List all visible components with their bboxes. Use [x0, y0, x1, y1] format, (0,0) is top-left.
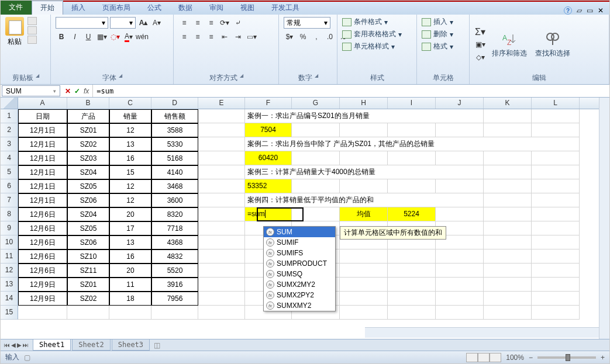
cell[interactable]: 13: [109, 137, 151, 151]
macro-record-icon[interactable]: ▢: [24, 353, 30, 362]
cell[interactable]: 12月1日: [18, 151, 67, 165]
autocomplete-item[interactable]: fxSUMPRODUCT: [264, 258, 335, 269]
align-center-icon[interactable]: ≡: [192, 31, 204, 43]
cell[interactable]: [388, 249, 436, 264]
cell[interactable]: [532, 123, 580, 137]
zoom-out-icon[interactable]: −: [529, 353, 533, 362]
cell[interactable]: [484, 235, 532, 249]
col-header[interactable]: I: [388, 98, 436, 109]
cell[interactable]: SZ06: [67, 193, 109, 207]
confirm-formula-icon[interactable]: ✓: [74, 87, 80, 95]
row-header[interactable]: 3: [1, 137, 18, 151]
tab-insert[interactable]: 插入: [63, 1, 94, 15]
cell[interactable]: SZ01: [67, 278, 109, 292]
find-select-button[interactable]: 查找和选择: [533, 30, 573, 60]
cell[interactable]: [198, 109, 245, 123]
cell[interactable]: [484, 221, 532, 235]
cell[interactable]: SZ05: [67, 179, 109, 193]
cell[interactable]: 8320: [151, 207, 198, 221]
currency-icon[interactable]: $▾: [284, 31, 295, 43]
cell[interactable]: 4832: [151, 249, 198, 264]
formula-autocomplete[interactable]: fxSUMfxSUMIFfxSUMIFSfxSUMPRODUCTfxSUMSQf…: [263, 226, 336, 311]
cell[interactable]: [532, 151, 580, 165]
autocomplete-item[interactable]: fxSUMIFS: [264, 248, 335, 258]
cell[interactable]: 16: [109, 249, 151, 264]
cell[interactable]: 60420: [245, 151, 292, 165]
sheet-tab[interactable]: Sheet1: [33, 339, 71, 351]
cell[interactable]: [532, 235, 580, 249]
tab-view[interactable]: 视图: [232, 1, 263, 15]
row-header[interactable]: 7: [1, 193, 18, 207]
cell[interactable]: [532, 306, 580, 320]
zoom-level[interactable]: 100%: [506, 353, 524, 362]
cell[interactable]: [198, 123, 245, 137]
fill-icon[interactable]: ▣▾: [474, 39, 486, 50]
phonetic-icon[interactable]: wén: [136, 31, 148, 43]
cell[interactable]: [388, 306, 436, 320]
cell[interactable]: 案例四：计算销量低于平均值的产品的和: [245, 193, 484, 207]
cell[interactable]: 13: [109, 235, 151, 249]
cell[interactable]: [484, 207, 532, 221]
cell[interactable]: [292, 123, 340, 137]
cell[interactable]: 16: [109, 151, 151, 165]
cell[interactable]: [436, 292, 484, 306]
cell[interactable]: [532, 221, 580, 235]
cell[interactable]: 日期: [18, 109, 67, 123]
select-all-corner[interactable]: [1, 98, 18, 109]
row-header[interactable]: 8: [1, 207, 18, 221]
cell[interactable]: [198, 292, 245, 306]
indent-decrease-icon[interactable]: ⇤: [219, 31, 230, 43]
cell[interactable]: [532, 264, 580, 278]
row-header[interactable]: 6: [1, 179, 18, 193]
cell[interactable]: 12月6日: [18, 235, 67, 249]
merge-cells-icon[interactable]: ▭▾: [246, 31, 257, 43]
cell[interactable]: [484, 123, 532, 137]
cell[interactable]: [532, 165, 580, 179]
cell[interactable]: 5330: [151, 137, 198, 151]
sheet-nav-prev-icon[interactable]: ◀: [11, 342, 16, 348]
cell[interactable]: 4140: [151, 165, 198, 179]
cell[interactable]: 7956: [151, 292, 198, 306]
cell[interactable]: SZ03: [67, 151, 109, 165]
row-header[interactable]: 1: [1, 109, 18, 123]
cell[interactable]: 12月6日: [18, 264, 67, 278]
cell-styles-button[interactable]: 单元格样式▾: [342, 41, 402, 51]
cell[interactable]: 15: [109, 165, 151, 179]
cell[interactable]: 20: [109, 207, 151, 221]
cell[interactable]: [436, 207, 484, 221]
cell[interactable]: [532, 278, 580, 292]
col-header[interactable]: E: [198, 98, 245, 109]
autocomplete-item[interactable]: fxSUM: [264, 227, 335, 237]
cell[interactable]: 案例一：求出产品编号SZ01的当月销量: [245, 109, 484, 123]
cell[interactable]: 销售额: [151, 109, 198, 123]
view-normal-icon[interactable]: [466, 353, 478, 362]
cell[interactable]: [340, 306, 388, 320]
cell[interactable]: 12: [109, 193, 151, 207]
autocomplete-item[interactable]: fxSUMSQ: [264, 269, 335, 279]
cell[interactable]: 12月1日: [18, 179, 67, 193]
tab-data[interactable]: 数据: [170, 1, 201, 15]
italic-icon[interactable]: I: [69, 31, 81, 43]
cell[interactable]: 12月9日: [18, 292, 67, 306]
row-header[interactable]: 9: [1, 221, 18, 235]
cell[interactable]: [198, 151, 245, 165]
cell[interactable]: [18, 306, 67, 320]
cell[interactable]: [198, 221, 245, 235]
cell[interactable]: 均值: [340, 207, 388, 221]
cell[interactable]: [436, 249, 484, 264]
cell[interactable]: [198, 207, 245, 221]
table-format-button[interactable]: 套用表格格式▾: [342, 29, 402, 39]
cancel-formula-icon[interactable]: ✕: [65, 87, 71, 95]
align-left-icon[interactable]: ≡: [178, 31, 190, 43]
font-family-select[interactable]: ▾: [56, 17, 108, 29]
help-icon[interactable]: ?: [564, 6, 572, 15]
close-icon[interactable]: ✕: [598, 6, 604, 15]
cell[interactable]: 12月6日: [18, 207, 67, 221]
sheet-nav-last-icon[interactable]: ⏭: [23, 342, 29, 348]
cell[interactable]: [198, 306, 245, 320]
cell[interactable]: 12月1日: [18, 137, 67, 151]
cell[interactable]: 12: [109, 123, 151, 137]
cell[interactable]: [388, 292, 436, 306]
cell[interactable]: [292, 207, 340, 221]
zoom-in-icon[interactable]: +: [601, 353, 605, 362]
